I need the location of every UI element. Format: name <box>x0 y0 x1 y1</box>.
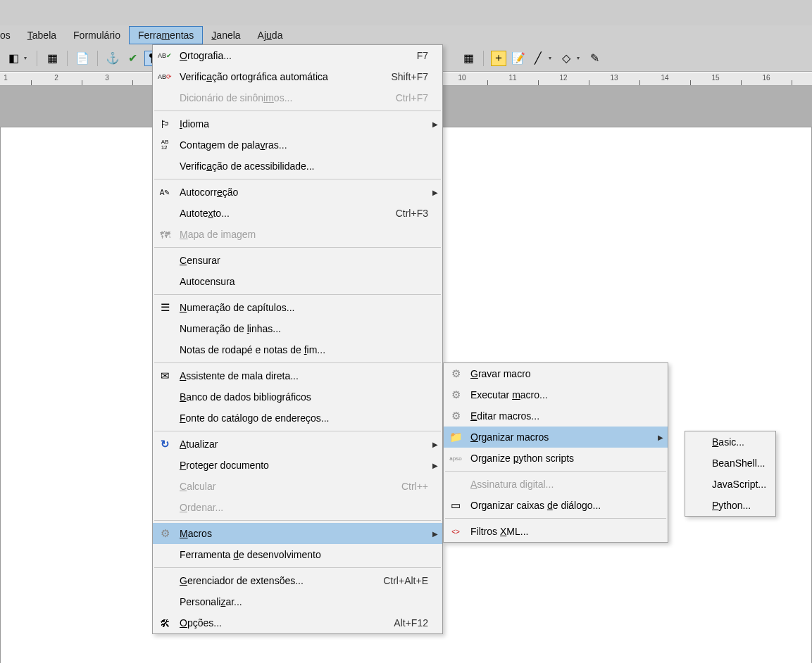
xml-icon: <> <box>446 524 465 539</box>
ferramentas-item-4[interactable]: 🏳Idioma▶ <box>153 113 442 134</box>
macros-item-9[interactable]: <>Filtros XML... <box>444 521 668 542</box>
insert-image-icon[interactable]: ＋ <box>491 51 506 66</box>
menu-item-label: Numeração de linhas... <box>174 323 428 334</box>
blank-icon <box>688 434 706 450</box>
chapters-icon: ☰ <box>156 300 174 315</box>
ferramentas-item-0[interactable]: AB✔Ortografia...F7 <box>153 45 442 66</box>
menu-item-label: Numeração de capítulos... <box>174 302 428 313</box>
menu-item-label: Assistente de mala direta... <box>174 370 428 381</box>
ferramentas-item-23[interactable]: ↻Atualizar▶ <box>153 434 442 455</box>
macros-item-2[interactable]: ⚙Editar macros... <box>444 405 668 427</box>
macros-item-3[interactable]: 📁Organizar macros▶ <box>444 427 668 448</box>
menubar-item-formulario[interactable]: Formulário <box>65 27 129 44</box>
apso-icon: apso <box>446 450 465 466</box>
menu-shortcut: Shift+F7 <box>391 71 428 82</box>
menubar-item-ferramentas[interactable]: Ferramentas <box>129 26 203 44</box>
blank-icon <box>156 594 174 610</box>
ferramentas-item-20[interactable]: Banco de dados bibliográficos <box>153 386 442 408</box>
dropdown-arrow-icon[interactable]: ▾ <box>24 55 27 61</box>
blank-icon <box>156 547 174 562</box>
menu-item-label: Verificação ortográfica automática <box>174 71 371 82</box>
toolbar-icon-note[interactable]: 📝 <box>511 51 526 66</box>
ruler-number: 3 <box>105 74 109 82</box>
ferramentas-item-31[interactable]: Gerenciador de extensões...Ctrl+Alt+E <box>153 570 442 591</box>
blank-icon <box>156 500 174 515</box>
gear-icon: ⚙ <box>156 526 174 541</box>
ferramentas-item-29[interactable]: Ferramenta de desenvolvimento <box>153 544 442 565</box>
toolbar-icon-doc[interactable]: 📄 <box>75 51 90 66</box>
ferramentas-item-1[interactable]: AB⟳Verificação ortográfica automáticaShi… <box>153 66 442 87</box>
ferramentas-item-28[interactable]: ⚙Macros▶ <box>153 523 442 544</box>
menubar-item-janela[interactable]: Janela <box>203 27 249 44</box>
menu-item-label: Atualizar <box>174 438 428 450</box>
menu-item-label: Ortografia... <box>174 50 397 61</box>
organize-macros-submenu: Basic...BeanShell...JavaScript...Python.… <box>685 431 776 517</box>
ferramentas-item-19[interactable]: ✉Assistente de mala direta... <box>153 365 442 386</box>
draw-icon[interactable]: ✎ <box>587 51 602 66</box>
macros-item-1[interactable]: ⚙Executar macro... <box>444 384 668 405</box>
ferramentas-item-6[interactable]: Verificação de acessibilidade... <box>153 156 442 177</box>
ferramentas-item-9[interactable]: Autotexto...Ctrl+F3 <box>153 203 442 224</box>
menu-separator <box>154 520 441 521</box>
shape-icon[interactable]: ◇ <box>558 51 574 66</box>
toolbar-separator <box>483 51 484 66</box>
ferramentas-item-32[interactable]: Personalizar... <box>153 591 442 612</box>
menu-item-label: JavaScript... <box>706 479 766 490</box>
menubar-item-ajuda[interactable]: Ajuda <box>249 27 292 44</box>
blank-icon <box>156 90 174 106</box>
menu-shortcut: Ctrl+Alt+E <box>383 575 428 586</box>
macros-item-6: Assinatura digital... <box>444 474 668 495</box>
organize-item-3[interactable]: Python... <box>685 495 775 516</box>
submenu-arrow-icon: ▶ <box>432 120 438 128</box>
menu-item-label: Organize python scripts <box>465 453 654 464</box>
menu-item-label: Editar macros... <box>465 410 654 422</box>
ferramentas-item-24[interactable]: Proteger documento▶ <box>153 455 442 476</box>
toolbar-icon-1[interactable]: ◧ <box>6 51 21 66</box>
dropdown-arrow-icon[interactable]: ▾ <box>549 55 551 61</box>
organize-item-0[interactable]: Basic... <box>685 431 775 453</box>
menu-separator <box>154 567 441 568</box>
menu-separator <box>154 179 441 179</box>
menu-item-label: Dicionário de sinônimos... <box>174 92 376 103</box>
menubar-item-tabela[interactable]: Tabela <box>19 27 65 44</box>
dropdown-arrow-icon[interactable]: ▾ <box>577 55 580 61</box>
menu-item-label: Assinatura digital... <box>465 479 654 490</box>
menu-item-label: Banco de dados bibliográficos <box>174 391 428 403</box>
toolbar-icon-table[interactable]: ▦ <box>461 51 476 66</box>
ferramentas-item-10: 🗺Mapa de imagem <box>153 224 442 245</box>
menu-item-label: Mapa de imagem <box>174 229 428 240</box>
menu-separator <box>154 247 441 248</box>
ab12-icon: AB12 <box>156 137 174 153</box>
ferramentas-item-13[interactable]: Autocensura <box>153 271 442 292</box>
ferramentas-item-21[interactable]: Fonte do catálogo de endereços... <box>153 408 442 429</box>
organize-item-2[interactable]: JavaScript... <box>685 474 775 495</box>
ferramentas-item-17[interactable]: Notas de rodapé e notas de fim... <box>153 339 442 360</box>
spellcheck-icon[interactable]: ✔ <box>125 51 140 66</box>
menu-item-label: Calcular <box>174 481 382 492</box>
line-icon[interactable]: ╱ <box>530 51 546 66</box>
toolbar-icon-anchor[interactable]: ⚓ <box>105 51 120 66</box>
refresh-icon: ↻ <box>156 436 174 452</box>
menu-item-label: Proteger documento <box>174 460 428 471</box>
toolbar-separator <box>97 51 98 66</box>
blank-icon <box>156 206 174 221</box>
ferramentas-item-15[interactable]: ☰Numeração de capítulos... <box>153 297 442 318</box>
menu-shortcut: Alt+F12 <box>394 617 428 629</box>
macros-item-7[interactable]: ▭Organizar caixas de diálogo... <box>444 495 668 516</box>
menu-separator <box>154 431 441 431</box>
ferramentas-item-5[interactable]: AB12Contagem de palavras... <box>153 134 442 156</box>
menu-item-label: Organizar caixas de diálogo... <box>465 500 654 511</box>
blank-icon <box>156 457 174 473</box>
ferramentas-item-16[interactable]: Numeração de linhas... <box>153 318 442 339</box>
menubar-item-partial[interactable]: os <box>0 27 19 44</box>
ferramentas-item-8[interactable]: A✎Autocorreção▶ <box>153 182 442 203</box>
ferramentas-item-33[interactable]: 🛠Opções...Alt+F12 <box>153 612 442 633</box>
submenu-arrow-icon: ▶ <box>432 441 438 448</box>
ferramentas-item-12[interactable]: Censurar <box>153 250 442 271</box>
toolbar-icon-2[interactable]: ▦ <box>44 51 60 66</box>
macros-item-4[interactable]: apsoOrganize python scripts <box>444 448 668 469</box>
organize-item-1[interactable]: BeanShell... <box>685 453 775 474</box>
menu-separator <box>154 294 441 295</box>
ruler-number: 2 <box>54 74 58 82</box>
macros-item-0[interactable]: ⚙Gravar macro <box>444 363 668 384</box>
